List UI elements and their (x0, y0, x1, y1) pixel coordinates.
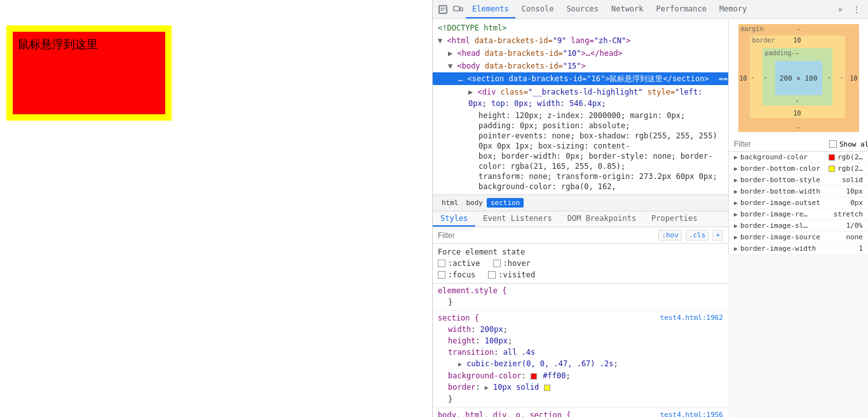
svg-rect-0 (439, 6, 447, 13)
dom-line-html[interactable]: ▼ <html data-brackets-id="9" lang="zh-CN… (433, 34, 728, 47)
devtools-menu-icon[interactable]: ⋮ (848, 3, 865, 17)
border-expand[interactable]: ▶ (485, 384, 489, 391)
computed-prop-3: border-bottom-width (740, 187, 846, 195)
computed-expand-2[interactable]: ▶ (734, 176, 738, 183)
force-state-row: :active :hover (438, 259, 723, 268)
filter-input[interactable] (438, 231, 658, 240)
main-container: 鼠标悬浮到这里 Elements Console Sources (0, 0, 868, 417)
computed-item-border-image-outset[interactable]: ▶ border-image-outset 0px (729, 197, 868, 209)
computed-item-border-bottom-width[interactable]: ▶ border-bottom-width 10px (729, 186, 868, 197)
computed-item-border-image-slice[interactable]: ▶ border-image-sl… 1/0% (729, 220, 868, 232)
computed-show-all-checkbox[interactable] (829, 140, 837, 148)
computed-item-border-bottom-style[interactable]: ▶ border-bottom-style solid (729, 175, 868, 186)
dom-line-head[interactable]: ▶ <head data-brackets-id="10">…</head> (433, 47, 728, 60)
css-prop-background-color: background-color: #ff00; (438, 370, 723, 381)
webpage-panel: 鼠标悬浮到这里 (0, 0, 432, 417)
computed-expand-1[interactable]: ▶ (734, 165, 738, 172)
breadcrumb-body[interactable]: body (463, 198, 487, 208)
bm-border-label: border (752, 37, 775, 44)
computed-prop-4: border-image-outset (740, 199, 850, 207)
inspect-icon[interactable] (435, 1, 451, 18)
computed-item-border-image-repeat[interactable]: ▶ border-image-re… stretch (729, 209, 868, 220)
computed-expand-5[interactable]: ▶ (734, 211, 738, 218)
bm-margin-bottom: - (796, 124, 800, 131)
computed-item-border-bottom-color[interactable]: ▶ border-bottom-color rgb(2… (729, 163, 868, 175)
hover-section[interactable]: 鼠标悬浮到这里 (6, 25, 172, 121)
bezier-expand[interactable]: ▶ (458, 361, 462, 367)
tab-performance[interactable]: Performance (650, 0, 713, 18)
computed-val-3: 10px (846, 187, 864, 195)
body-expand-arrow[interactable]: ▼ (448, 62, 452, 70)
doctype-text: <!DOCTYPE html> (438, 23, 506, 32)
css-rule-body-html: body, html, div, p, section { test4.html… (433, 408, 728, 417)
hover-checkbox[interactable] (493, 260, 501, 267)
dom-line-section[interactable]: … <section data-brackets-id="16">鼠标悬浮到这里… (433, 72, 728, 85)
computed-val-2: solid (842, 176, 863, 184)
tab-console[interactable]: Console (515, 0, 560, 18)
focus-checkbox[interactable] (438, 271, 445, 279)
svg-rect-3 (454, 6, 459, 11)
background-color-swatch[interactable] (531, 373, 537, 380)
computed-expand-0[interactable]: ▶ (734, 154, 738, 161)
computed-item-border-image-source[interactable]: ▶ border-image-source none (729, 232, 868, 243)
hover-label: :hover (503, 259, 531, 268)
device-icon[interactable] (451, 1, 466, 18)
bm-padding-bottom: - (795, 97, 799, 104)
add-rule-button[interactable]: + (712, 230, 723, 241)
cls-button[interactable]: .cls (686, 230, 709, 241)
styles-tab-event-listeners[interactable]: Event Listeners (475, 211, 559, 227)
css-closing-brace-section: } (438, 394, 723, 405)
computed-expand-7[interactable]: ▶ (734, 234, 738, 241)
computed-val-0: rgb(2… (829, 153, 863, 161)
tab-memory[interactable]: Memory (713, 0, 753, 18)
computed-item-background-color[interactable]: ▶ background-color rgb(2… (729, 152, 868, 163)
dom-style-continuation3: box; border-width: 0px; border-style: no… (433, 151, 728, 171)
breadcrumb-section[interactable]: section (487, 198, 524, 208)
breadcrumb: html body section (433, 195, 728, 211)
computed-swatch-0[interactable] (829, 154, 835, 161)
computed-expand-3[interactable]: ▶ (734, 188, 738, 195)
computed-item-border-image-width[interactable]: ▶ border-image-width 1 (729, 243, 868, 255)
tab-network[interactable]: Network (605, 0, 650, 18)
computed-filter-input[interactable] (734, 140, 829, 149)
filter-bar: :hov .cls + (433, 227, 728, 244)
breadcrumb-html[interactable]: html (438, 198, 463, 208)
force-state-title: Force element state (438, 248, 723, 256)
computed-expand-6[interactable]: ▶ (734, 222, 738, 229)
computed-val-1: rgb(2… (829, 164, 863, 173)
force-state-visited: :visited (488, 270, 535, 279)
bm-border-right: - (839, 74, 843, 81)
css-link-body-html[interactable]: test4.html:1956 (660, 411, 723, 417)
dom-line-doctype[interactable]: <!DOCTYPE html> (433, 22, 728, 34)
border-color-swatch[interactable] (544, 385, 550, 391)
css-rule-section: section { test4.html:1962 width: 200px; … (433, 311, 728, 408)
styles-tab-properties[interactable]: Properties (644, 211, 705, 227)
dom-line-body[interactable]: ▼ <body data-brackets-id="15"> (433, 60, 728, 72)
force-state-row-2: :focus :visited (438, 270, 723, 279)
tab-elements[interactable]: Elements (466, 0, 515, 18)
dom-style-continuation: height: 120px; z-index: 2000000; margin:… (433, 110, 728, 131)
bm-padding-label: padding- (765, 50, 796, 56)
styles-tab-dom-breakpoints[interactable]: DOM Breakpoints (560, 211, 644, 227)
tab-sources[interactable]: Sources (560, 0, 605, 18)
computed-expand-8[interactable]: ▶ (734, 245, 738, 252)
css-selector-section: section { test4.html:1962 (438, 314, 723, 322)
hov-button[interactable]: :hov (658, 230, 682, 241)
computed-show-all[interactable]: Show all (829, 140, 868, 149)
head-expand-arrow[interactable]: ▶ (448, 49, 452, 58)
dom-line-div-highlight[interactable]: ▶ <div class="__brackets-ld-highlight" s… (433, 85, 728, 110)
css-prop-transition: transition: all .4s (438, 347, 723, 358)
more-tabs-icon[interactable]: » (833, 3, 848, 17)
styles-tab-styles[interactable]: Styles (433, 211, 475, 227)
bm-border-left: - (751, 74, 755, 81)
computed-panel: Show all ▶ background-color rgb(2… (728, 137, 868, 255)
devtools-tab-bar: Elements Console Sources Network Perform… (433, 0, 868, 19)
visited-checkbox[interactable] (488, 271, 496, 279)
computed-swatch-1[interactable] (829, 166, 835, 172)
active-checkbox[interactable] (438, 260, 445, 267)
css-link-section[interactable]: test4.html:1962 (660, 314, 723, 322)
css-prop-height: height: 100px; (438, 335, 723, 347)
computed-expand-4[interactable]: ▶ (734, 199, 738, 206)
html-expand-arrow[interactable]: ▼ (438, 36, 442, 45)
computed-prop-5: border-image-re… (740, 210, 834, 218)
